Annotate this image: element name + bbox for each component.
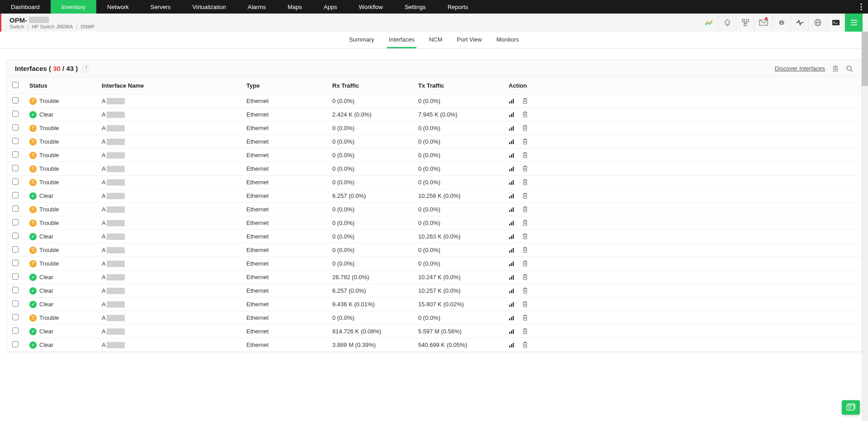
scrollbar-track[interactable] [862,32,868,363]
row-checkbox[interactable] [12,124,19,131]
interface-name-prefix[interactable]: A [102,179,106,186]
row-checkbox[interactable] [12,287,19,293]
col-type[interactable]: Type [241,77,327,94]
nav-item-dashboard[interactable]: Dashboard [0,0,51,14]
row-checkbox[interactable] [12,138,19,144]
interface-name-prefix[interactable]: A [102,165,106,172]
row-checkbox[interactable] [12,327,19,334]
interface-name-prefix[interactable]: A [102,152,106,159]
row-delete-icon[interactable] [522,314,528,321]
row-delete-icon[interactable] [522,287,528,294]
nav-item-network[interactable]: Network [96,0,140,14]
row-chart-icon[interactable] [509,261,515,267]
row-delete-icon[interactable] [522,220,528,226]
row-chart-icon[interactable] [509,126,515,131]
row-chart-icon[interactable] [509,153,515,158]
row-chart-icon[interactable] [509,166,515,172]
interface-name-prefix[interactable]: A [102,328,106,335]
col-rx[interactable]: Rx Traffic [327,77,413,94]
col-status[interactable]: Status [24,77,96,94]
interface-name-prefix[interactable]: A [102,233,106,240]
hamburger-menu-icon[interactable] [844,14,863,32]
tab-monitors[interactable]: Monitors [495,32,521,48]
tab-interfaces[interactable]: Interfaces [387,32,416,48]
row-delete-icon[interactable] [522,179,528,186]
interface-name-prefix[interactable]: A [102,287,106,294]
interface-name-prefix[interactable]: A [102,98,106,104]
row-chart-icon[interactable] [509,302,515,307]
row-chart-icon[interactable] [509,193,515,199]
alert-icon[interactable] [718,14,736,32]
scrollbar-thumb[interactable] [862,32,868,86]
row-chart-icon[interactable] [509,315,515,321]
nav-item-reports[interactable]: Reports [437,0,479,14]
row-checkbox[interactable] [12,192,19,198]
nav-item-apps[interactable]: Apps [313,0,348,14]
row-chart-icon[interactable] [509,112,515,117]
row-delete-icon[interactable] [522,328,528,335]
row-chart-icon[interactable] [509,180,515,185]
row-delete-icon[interactable] [522,192,528,199]
interface-name-prefix[interactable]: A [102,274,106,281]
interface-name-prefix[interactable]: A [102,260,106,267]
row-checkbox[interactable] [12,178,19,185]
row-chart-icon[interactable] [509,98,515,104]
nav-item-settings[interactable]: Settings [394,0,437,14]
discover-interfaces-link[interactable]: Discover Interfaces [775,65,825,72]
row-chart-icon[interactable] [509,329,515,334]
tab-ncm[interactable]: NCM [427,32,444,48]
nav-item-alarms[interactable]: Alarms [237,0,277,14]
row-checkbox[interactable] [12,314,19,320]
row-checkbox[interactable] [12,165,19,171]
row-chart-icon[interactable] [509,288,515,294]
row-checkbox[interactable] [12,233,19,239]
row-delete-icon[interactable] [522,125,528,131]
col-tx[interactable]: Tx Traffic [413,77,503,94]
row-chart-icon[interactable] [509,139,515,145]
col-name[interactable]: Interface Name [96,77,241,94]
interface-name-prefix[interactable]: A [102,301,106,308]
pulse-icon[interactable] [790,14,808,32]
chart-icon[interactable] [700,14,718,32]
kebab-menu-icon[interactable] [854,0,868,14]
globe-icon[interactable] [808,14,826,32]
row-checkbox[interactable] [12,273,19,280]
nav-item-inventory[interactable]: Inventory [51,0,96,14]
row-chart-icon[interactable] [509,342,515,348]
row-checkbox[interactable] [12,300,19,307]
row-delete-icon[interactable] [522,165,528,172]
interface-name-prefix[interactable]: A [102,341,106,348]
nav-item-servers[interactable]: Servers [140,0,182,14]
interface-name-prefix[interactable]: A [102,247,106,253]
row-checkbox[interactable] [12,246,19,253]
interface-name-prefix[interactable]: A [102,314,106,321]
interface-name-prefix[interactable]: A [102,220,106,226]
topology-icon[interactable] [736,14,754,32]
nav-item-maps[interactable]: Maps [277,0,313,14]
mail-icon[interactable] [754,14,772,32]
link-icon[interactable] [772,14,790,32]
interface-name-prefix[interactable]: A [102,111,106,118]
tab-port-view[interactable]: Port View [455,32,484,48]
row-checkbox[interactable] [12,151,19,158]
help-icon[interactable]: ? [82,65,90,72]
row-checkbox[interactable] [12,206,19,212]
row-delete-icon[interactable] [522,341,528,348]
interface-name-prefix[interactable]: A [102,138,106,145]
row-delete-icon[interactable] [522,111,528,118]
tab-summary[interactable]: Summary [347,32,376,48]
nav-item-virtualization[interactable]: Virtualization [182,0,237,14]
row-chart-icon[interactable] [509,275,515,280]
row-chart-icon[interactable] [509,248,515,253]
search-icon[interactable] [846,65,853,72]
interface-name-prefix[interactable]: A [102,192,106,199]
row-delete-icon[interactable] [522,152,528,159]
row-delete-icon[interactable] [522,301,528,308]
interface-name-prefix[interactable]: A [102,125,106,131]
delete-all-icon[interactable] [832,65,839,72]
interface-name-prefix[interactable]: A [102,206,106,213]
row-chart-icon[interactable] [509,234,515,239]
row-chart-icon[interactable] [509,207,515,212]
row-chart-icon[interactable] [509,220,515,226]
row-delete-icon[interactable] [522,206,528,213]
